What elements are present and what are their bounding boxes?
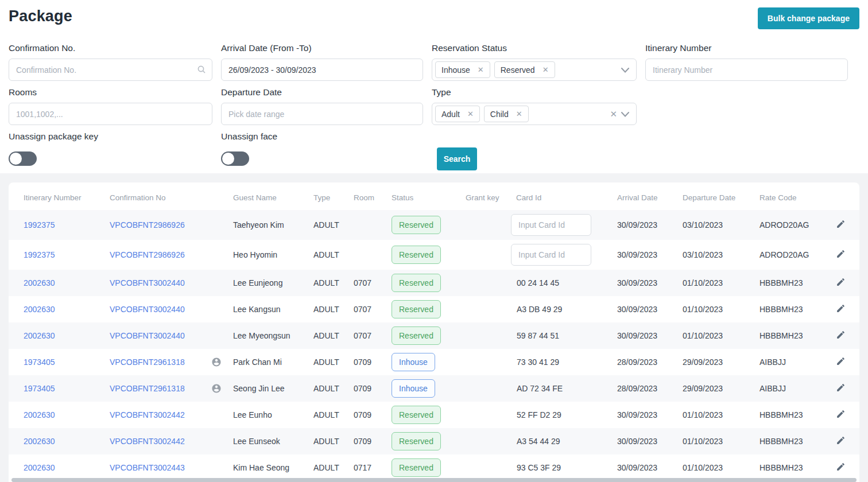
confirmation-link[interactable]: VPCOBFNT3002442 [110, 410, 185, 419]
guest-name: Lee Kangsun [233, 305, 313, 314]
itinerary-link[interactable]: 2002630 [24, 331, 55, 340]
status-badge: Reserved [392, 406, 441, 424]
table-row: 1992375 VPCOBFNT2986926 Taehyeon Kim ADU… [9, 210, 859, 240]
edit-button[interactable] [835, 434, 847, 448]
type-tag-adult-label: Adult [441, 110, 460, 119]
itinerary-number-label: Itinerary Number [645, 43, 848, 53]
rooms-input[interactable] [9, 103, 212, 125]
arrival-date: 30/09/2023 [617, 220, 683, 230]
arrival-date: 30/09/2023 [617, 278, 683, 287]
card-id-input[interactable] [511, 214, 591, 236]
filter-rooms: Rooms [9, 87, 212, 125]
col-arrival-date: Arrival Date [617, 193, 683, 202]
rate-code: ADROD20AG [760, 220, 829, 230]
card-id-value: 59 87 44 51 [511, 331, 559, 340]
status-badge: Reserved [392, 216, 441, 234]
guest-name: Lee Myeongsun [233, 331, 313, 340]
guest-name: Lee Eunjeong [233, 278, 313, 287]
room-number: 0707 [354, 305, 392, 314]
type-select[interactable]: Adult ✕ Child ✕ ✕ [432, 103, 637, 125]
card-id-cell [511, 244, 617, 266]
unassign-face-label: Unassign face [221, 131, 423, 142]
remove-tag-icon[interactable]: ✕ [542, 66, 549, 73]
card-id-value: 52 FF D2 29 [511, 410, 561, 419]
table-row: 1973405 VPCOBFNT2961318 Seong Jin Lee AD… [9, 375, 859, 402]
remove-tag-icon[interactable]: ✕ [467, 110, 474, 118]
edit-button[interactable] [835, 382, 847, 395]
guest-type: ADULT [313, 305, 354, 314]
edit-button[interactable] [835, 461, 847, 475]
pencil-icon [836, 277, 846, 287]
guest-type: ADULT [313, 278, 354, 287]
arrival-date-label: Arrival Date (From -To) [221, 43, 423, 53]
edit-button[interactable] [835, 355, 847, 369]
table-row: 2002630 VPCOBFNT3002440 Lee Eunjeong ADU… [9, 270, 859, 296]
confirmation-link[interactable]: VPCOBFNT2961318 [110, 357, 185, 367]
room-number: 0707 [354, 331, 392, 340]
itinerary-link[interactable]: 2002630 [24, 410, 55, 419]
filter-panel: Package Bulk change package Confirmation… [0, 0, 868, 173]
guest-name: Seong Jin Lee [233, 384, 313, 393]
chevron-down-icon[interactable] [621, 109, 629, 119]
confirmation-link[interactable]: VPCOBFNT2986926 [110, 220, 185, 230]
col-card-id: Card Id [511, 193, 617, 202]
rate-code: HBBBMH23 [760, 331, 829, 340]
itinerary-link[interactable]: 2002630 [24, 463, 55, 472]
confirmation-link[interactable]: VPCOBFNT3002440 [110, 305, 185, 314]
unassign-package-key-toggle[interactable] [9, 151, 37, 166]
card-id-input[interactable] [511, 244, 591, 266]
edit-button[interactable] [835, 248, 847, 262]
itinerary-link[interactable]: 1973405 [24, 384, 55, 393]
guest-type: ADULT [313, 331, 354, 340]
pencil-icon [836, 409, 846, 419]
itinerary-link[interactable]: 1973405 [24, 357, 55, 367]
itinerary-link[interactable]: 2002630 [24, 305, 55, 314]
bulk-change-package-button[interactable]: Bulk change package [758, 7, 859, 29]
departure-date: 01/10/2023 [683, 278, 760, 287]
pencil-icon [836, 249, 846, 259]
itinerary-link[interactable]: 1992375 [24, 250, 55, 259]
confirmation-link[interactable]: VPCOBFNT2961318 [110, 384, 185, 393]
departure-date-input[interactable] [221, 103, 423, 125]
guest-name: Taehyeon Kim [233, 220, 313, 230]
clear-select-icon[interactable]: ✕ [610, 110, 617, 118]
itinerary-link[interactable]: 1992375 [24, 220, 55, 230]
col-confirmation-no: Confirmation No [110, 193, 211, 202]
confirmation-no-input[interactable] [9, 59, 212, 81]
guest-name: Kim Hae Seong [233, 463, 313, 472]
card-id-value: AD 72 34 FE [511, 384, 563, 393]
type-tag-child: Child ✕ [484, 106, 529, 122]
arrival-date-input[interactable] [221, 59, 423, 81]
card-id-value: A3 54 44 29 [511, 437, 560, 446]
reservation-status-select[interactable]: Inhouse ✕ Reserved ✕ [432, 59, 637, 81]
search-button[interactable]: Search [437, 147, 477, 170]
edit-button[interactable] [835, 218, 847, 232]
itinerary-link[interactable]: 2002630 [24, 278, 55, 287]
edit-button[interactable] [835, 329, 847, 343]
unassign-face-toggle[interactable] [221, 151, 249, 166]
itinerary-link[interactable]: 2002630 [24, 437, 55, 446]
card-id-value: 00 24 14 45 [511, 278, 559, 287]
itinerary-number-input[interactable] [645, 59, 848, 81]
edit-button[interactable] [835, 302, 847, 316]
confirmation-link[interactable]: VPCOBFNT3002442 [110, 437, 185, 446]
col-type: Type [313, 193, 354, 202]
confirmation-link[interactable]: VPCOBFNT3002443 [110, 463, 185, 472]
table-row: 2002630 VPCOBFNT3002443 Kim Hae Seong AD… [9, 454, 859, 481]
page-title: Package [9, 7, 72, 25]
remove-tag-icon[interactable]: ✕ [516, 110, 522, 118]
confirmation-link[interactable]: VPCOBFNT3002440 [110, 331, 185, 340]
edit-button[interactable] [835, 408, 847, 422]
rate-code: HBBBMH23 [760, 278, 829, 287]
guest-type: ADULT [313, 220, 354, 230]
col-rate-code: Rate Code [760, 193, 829, 202]
chevron-down-icon[interactable] [621, 65, 629, 75]
confirmation-link[interactable]: VPCOBFNT2986926 [110, 250, 185, 259]
horizontal-scrollbar[interactable] [11, 478, 857, 482]
edit-button[interactable] [835, 276, 847, 290]
col-departure-date: Departure Date [683, 193, 760, 202]
confirmation-link[interactable]: VPCOBFNT3002440 [110, 278, 185, 287]
remove-tag-icon[interactable]: ✕ [478, 66, 484, 73]
status-badge: Reserved [392, 458, 441, 477]
arrival-date: 30/09/2023 [617, 250, 683, 259]
